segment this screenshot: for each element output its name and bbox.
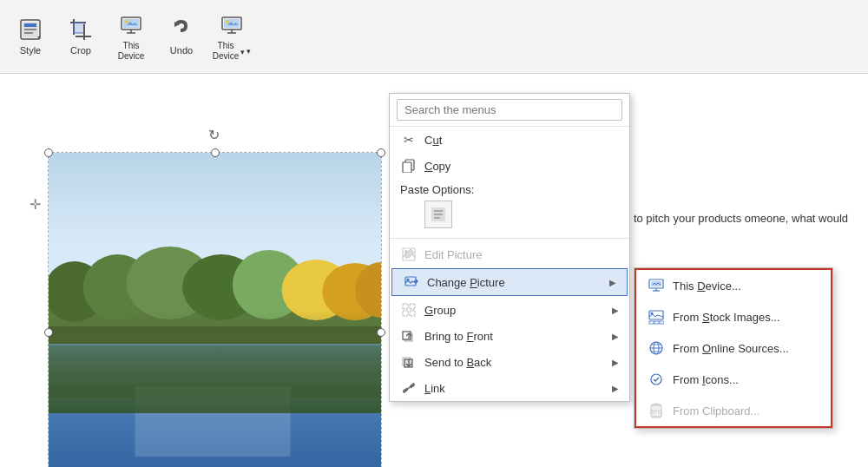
svg-point-20 <box>226 20 229 23</box>
menu-send-to-back-label: Send to Back <box>424 356 612 369</box>
submenu-clipboard-label: From Clipboard... <box>673 405 760 418</box>
this-device-icon-right <box>218 11 246 39</box>
resize-handle-tr[interactable] <box>377 148 385 157</box>
crop-button[interactable]: Crop <box>59 8 102 65</box>
crop-icon <box>67 16 95 43</box>
submenu-online-label: From Online Sources... <box>673 342 789 355</box>
svg-rect-70 <box>410 311 415 316</box>
svg-rect-69 <box>403 311 408 316</box>
bring-front-arrow: ▶ <box>612 332 619 341</box>
send-back-arrow: ▶ <box>612 358 619 367</box>
svg-rect-39 <box>403 162 411 173</box>
group-icon <box>400 301 418 319</box>
submenu-item-this-device[interactable]: This Device... <box>636 270 831 301</box>
menu-copy-label: Copy <box>424 160 619 173</box>
svg-rect-7 <box>74 23 84 33</box>
svg-rect-34 <box>49 378 381 380</box>
menu-item-copy[interactable]: Copy <box>390 153 629 179</box>
resize-handle-ml[interactable] <box>44 328 53 337</box>
bring-to-front-icon <box>400 327 418 345</box>
crop-label: Crop <box>70 45 91 56</box>
link-icon <box>400 379 418 397</box>
svg-rect-37 <box>135 387 290 457</box>
change-picture-icon <box>403 273 420 291</box>
menu-item-link[interactable]: Link ▶ <box>390 375 629 401</box>
style-label: Style <box>20 45 41 56</box>
icons-icon <box>647 370 666 389</box>
submenu-stock-label: From Stock Images... <box>673 311 780 324</box>
paste-icon-btn-1[interactable] <box>424 201 452 228</box>
svg-rect-4 <box>24 32 33 34</box>
this-device-label-left: This Device <box>118 41 145 62</box>
toolbar: Style Crop This Device <box>0 0 868 74</box>
resize-handle-tc[interactable] <box>211 148 220 157</box>
cut-icon: ✂ <box>400 131 418 148</box>
svg-rect-56 <box>660 321 664 324</box>
move-handle[interactable]: ✛ <box>30 196 41 213</box>
svg-rect-54 <box>649 321 654 324</box>
resize-handle-mr[interactable] <box>377 328 385 337</box>
svg-text:JPG: JPG <box>649 408 663 416</box>
change-picture-submenu: This Device... From Stock <box>634 267 833 429</box>
svg-rect-2 <box>24 23 36 27</box>
menu-item-cut[interactable]: ✂ Cut <box>390 127 629 153</box>
paste-icons <box>400 201 452 228</box>
menu-search-container <box>390 94 629 127</box>
menu-item-send-to-back[interactable]: Send to Back ▶ <box>390 349 629 375</box>
group-arrow: ▶ <box>612 306 619 315</box>
menu-item-edit-picture[interactable]: Edit Picture <box>390 241 629 267</box>
svg-rect-35 <box>49 396 381 398</box>
svg-rect-36 <box>49 345 381 398</box>
clipboard-icon: JPG <box>647 401 666 420</box>
style-button[interactable]: Style <box>9 8 52 65</box>
svg-rect-67 <box>403 304 408 309</box>
link-arrow: ▶ <box>612 384 619 393</box>
submenu-this-device-label: This Device... <box>673 280 741 293</box>
photo-image <box>49 153 381 467</box>
menu-item-group[interactable]: Group ▶ <box>390 297 629 323</box>
undo-icon <box>168 16 195 43</box>
menu-item-change-picture[interactable]: Change Picture ▶ This Devic <box>391 268 628 296</box>
menu-change-picture-label: Change Picture <box>427 276 609 289</box>
undo-label: Undo <box>170 45 193 56</box>
edit-picture-icon <box>400 246 418 263</box>
this-device-icon-left <box>117 11 145 39</box>
menu-group-label: Group <box>424 304 612 317</box>
copy-icon <box>400 157 418 174</box>
this-device-button-right[interactable]: This Device ▾ <box>210 8 253 65</box>
this-device-button-left[interactable]: This Device <box>109 8 153 65</box>
paste-label: Paste Options: <box>400 183 474 196</box>
submenu-item-clipboard[interactable]: JPG From Clipboard... <box>636 395 831 426</box>
svg-rect-33 <box>49 361 381 364</box>
separator-1 <box>390 238 629 239</box>
menu-item-paste: Paste Options: <box>390 179 629 235</box>
photo-container[interactable]: ↻ ✛ <box>48 152 382 467</box>
change-picture-arrow: ▶ <box>609 278 616 287</box>
stock-images-icon <box>647 307 666 326</box>
this-device-sub-icon <box>647 276 666 295</box>
svg-rect-42 <box>434 214 443 215</box>
menu-edit-picture-label: Edit Picture <box>424 248 619 261</box>
svg-rect-3 <box>24 29 36 30</box>
menu-cut-label: Cut <box>424 134 619 147</box>
resize-handle-tl[interactable] <box>44 148 53 157</box>
submenu-item-icons[interactable]: From Icons... <box>636 364 831 395</box>
submenu-icons-label: From Icons... <box>673 373 739 386</box>
submenu-item-stock[interactable]: From Stock Images... <box>636 301 831 332</box>
svg-rect-31 <box>49 326 381 344</box>
style-icon <box>16 16 44 43</box>
svg-point-14 <box>125 20 128 23</box>
svg-rect-55 <box>654 321 659 324</box>
online-sources-icon <box>647 339 666 358</box>
undo-button[interactable]: Undo <box>160 8 203 65</box>
context-menu: ✂ Cut Copy Paste Options: <box>389 93 630 402</box>
send-to-back-icon <box>400 353 418 371</box>
svg-rect-68 <box>410 304 415 309</box>
rotate-handle[interactable]: ↻ <box>208 127 222 141</box>
menu-bring-to-front-label: Bring to Front <box>424 330 612 343</box>
menu-item-bring-to-front[interactable]: Bring to Front ▶ <box>390 323 629 349</box>
submenu-item-online[interactable]: From Online Sources... <box>636 332 831 364</box>
search-input[interactable] <box>397 99 622 121</box>
svg-rect-41 <box>434 210 443 212</box>
svg-rect-43 <box>434 217 440 219</box>
